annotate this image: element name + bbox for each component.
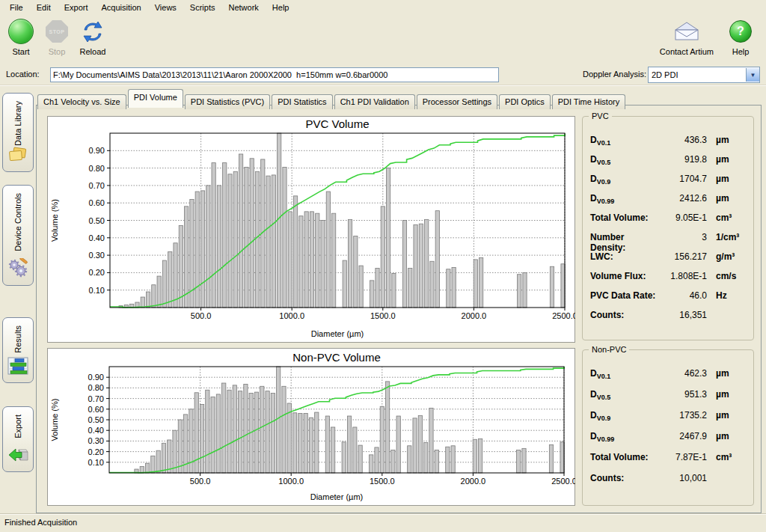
stat-label: Counts: [590, 473, 658, 483]
sidebar-item-export[interactable]: Export [2, 406, 34, 472]
svg-text:0.60: 0.60 [88, 405, 104, 414]
stat-row: DV0.1436.3µm [590, 135, 747, 147]
stat-unit: µm [707, 174, 747, 184]
menu-views[interactable]: Views [148, 1, 183, 14]
stat-value: 3 [658, 232, 707, 242]
stat-value: 2412.6 [658, 193, 707, 204]
stat-label: DV0.1 [590, 368, 658, 380]
tab-pdi-statistics-pvc[interactable]: PDI Statistics (PVC) [185, 94, 270, 109]
stat-value: 1735.2 [658, 410, 707, 421]
stat-row: Total Volume:7.87E-1cm³ [590, 452, 747, 465]
svg-text:0.90: 0.90 [89, 146, 105, 155]
svg-text:2000.0: 2000.0 [461, 477, 486, 486]
stat-value: 156.217 [658, 251, 707, 262]
stat-row: DV0.5951.3µm [590, 389, 747, 402]
stat-unit: 1/cm³ [707, 232, 747, 242]
stat-label: Counts: [590, 310, 658, 320]
reload-button-label: Reload [80, 47, 106, 56]
doppler-analysis-value: 2D PDI [649, 70, 746, 79]
menu-bar: FileEditExportAcquisitionViewsScriptsNet… [0, 0, 766, 14]
stat-value: 2467.9 [658, 431, 707, 441]
stat-label: DV0.5 [590, 389, 658, 401]
menu-acquisition[interactable]: Acquisition [95, 1, 148, 14]
svg-text:0.70: 0.70 [89, 181, 105, 190]
stat-label: DV0.9 [590, 410, 658, 422]
stat-label: DV0.1 [590, 135, 658, 147]
sidebar-item-results[interactable]: Results [2, 317, 34, 383]
tab-pdi-time-history[interactable]: PDI Time History [552, 94, 626, 109]
stat-unit: Hz [707, 290, 747, 301]
status-separator [0, 513, 766, 515]
help-icon: ? [729, 20, 752, 43]
stat-label: DV0.5 [590, 154, 658, 166]
menu-help[interactable]: Help [266, 1, 296, 14]
non-pvc-volume-chart: 0.100.200.300.400.500.600.700.800.90500.… [47, 348, 575, 506]
svg-text:Diameter (µm): Diameter (µm) [311, 329, 364, 338]
location-input[interactable] [50, 67, 499, 82]
sidebar-item-device-controls[interactable]: Device Controls [2, 185, 34, 286]
stat-label: Total Volume: [590, 213, 658, 223]
gears-icon [7, 258, 28, 279]
export-arrow-icon [7, 446, 28, 465]
svg-text:0.30: 0.30 [89, 251, 105, 260]
pvc-stats-group: PVC DV0.1436.3µmDV0.5919.8µmDV0.91704.7µ… [582, 116, 754, 340]
svg-text:0.50: 0.50 [88, 415, 104, 424]
svg-text:2500.0: 2500.0 [552, 311, 575, 320]
stat-row: LWC:156.217g/m³ [590, 251, 747, 264]
svg-text:PVC Volume: PVC Volume [305, 117, 369, 130]
svg-text:1000.0: 1000.0 [279, 311, 304, 320]
pvc-volume-chart: 0.100.200.300.400.500.600.700.800.90500.… [47, 116, 575, 343]
folders-icon [7, 146, 28, 165]
stat-row: DV0.91735.2µm [590, 410, 747, 423]
sidebar-item-data-library[interactable]: Data Library [2, 93, 34, 172]
stat-value: 7.87E-1 [658, 452, 707, 462]
sidebar-item-label: Data Library [13, 101, 22, 146]
sidebar-item-label: Export [13, 415, 22, 438]
menu-export[interactable]: Export [58, 1, 95, 14]
tab-pdi-statistics[interactable]: PDI Statistics [272, 94, 332, 109]
tab-ch1-velocity-vs-size[interactable]: Ch1 Velocity vs. Size [37, 94, 126, 109]
stat-row: Counts:10,001 [590, 473, 747, 486]
stat-unit: µm [707, 389, 747, 400]
tab-ch1-pdi-validation[interactable]: Ch1 PDI Validation [334, 94, 415, 109]
toolbar-right: Contact Artium ? Help [660, 17, 756, 56]
stat-unit: µm [707, 368, 747, 379]
stat-row: DV0.1462.3µm [590, 368, 747, 381]
svg-text:0.60: 0.60 [89, 198, 105, 207]
stat-value: 46.0 [658, 290, 707, 301]
header-separator [0, 85, 766, 86]
stat-value: 462.3 [658, 368, 707, 379]
stat-unit: cm³ [707, 213, 747, 223]
stop-button[interactable]: STOP Stop [42, 17, 72, 56]
svg-text:0.40: 0.40 [89, 233, 105, 242]
stat-row: DV0.992412.6µm [590, 193, 747, 206]
svg-text:0.80: 0.80 [88, 383, 104, 392]
start-button[interactable]: Start [6, 17, 36, 56]
stat-value: 1.808E-1 [658, 271, 707, 281]
tab-processor-settings[interactable]: Processor Settings [417, 94, 497, 109]
reload-icon [81, 17, 105, 46]
stat-row: DV0.91704.7µm [590, 174, 747, 186]
tab-pdi-volume[interactable]: PDI Volume [128, 89, 183, 108]
contact-artium-button[interactable]: Contact Artium [660, 17, 714, 56]
stat-row: Total Volume:9.05E-1cm³ [590, 213, 747, 225]
reload-button[interactable]: Reload [78, 17, 108, 56]
stat-value: 10,001 [658, 473, 707, 483]
chevron-down-icon[interactable]: ▼ [746, 68, 759, 82]
stat-unit: µm [707, 410, 747, 421]
doppler-analysis-label: Doppler Analysis: [583, 70, 646, 79]
help-button[interactable]: ? Help [726, 17, 756, 56]
location-row: Location: Doppler Analysis: 2D PDI ▼ [0, 66, 766, 84]
tab-pdi-optics[interactable]: PDI Optics [499, 94, 551, 109]
menu-file[interactable]: File [3, 1, 30, 14]
stat-label: PVC Data Rate: [590, 290, 658, 301]
menu-network[interactable]: Network [221, 1, 265, 14]
svg-text:0.30: 0.30 [88, 436, 104, 445]
menu-scripts[interactable]: Scripts [183, 1, 222, 14]
svg-text:1500.0: 1500.0 [370, 311, 396, 320]
svg-text:2500.0: 2500.0 [551, 477, 575, 486]
menu-edit[interactable]: Edit [30, 1, 58, 14]
doppler-analysis-select[interactable]: 2D PDI ▼ [648, 67, 760, 83]
pvc-stats-title: PVC [589, 111, 612, 120]
stat-value: 951.3 [658, 389, 707, 400]
